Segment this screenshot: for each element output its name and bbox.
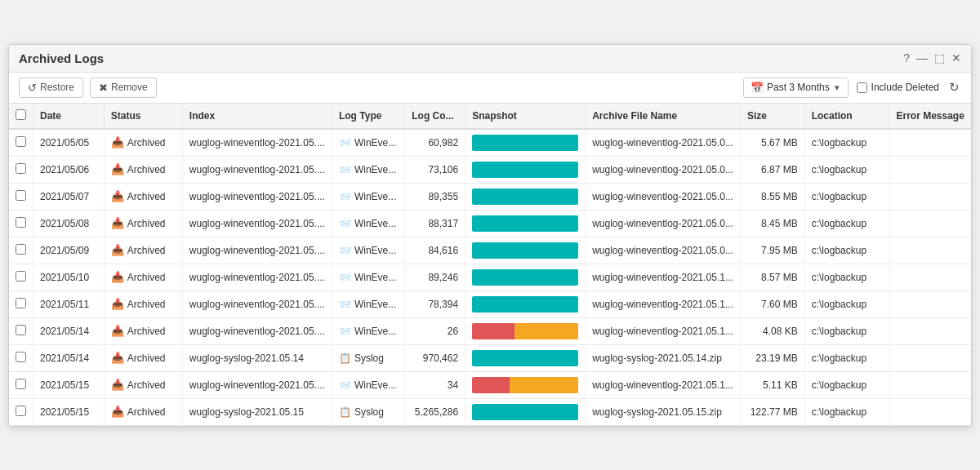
row-index: wuglog-syslog-2021.05.14 xyxy=(182,344,332,371)
status-text: Archived xyxy=(127,352,166,364)
row-size: 8.57 MB xyxy=(740,264,804,290)
row-location: c:\logbackup xyxy=(804,210,889,237)
row-checkbox-cell xyxy=(9,344,33,371)
close-icon[interactable]: ✕ xyxy=(951,51,961,64)
row-logcount: 26 xyxy=(405,317,466,344)
logtype-icon: 📨 xyxy=(339,218,351,229)
col-header-status: Status xyxy=(104,104,182,129)
row-checkbox-cell xyxy=(9,129,33,157)
row-checkbox[interactable] xyxy=(16,325,26,335)
row-checkbox[interactable] xyxy=(16,379,26,389)
row-archivename: wuglog-syslog-2021.05.15.zip xyxy=(586,398,741,425)
row-date: 2021/05/08 xyxy=(33,210,105,237)
restore-button[interactable]: ↺ Restore xyxy=(19,78,83,98)
row-status: 📥Archived xyxy=(104,129,182,157)
row-date: 2021/05/05 xyxy=(33,129,105,157)
row-checkbox[interactable] xyxy=(16,406,26,416)
toolbar-left: ↺ Restore ✖ Remove xyxy=(19,78,157,98)
status-text: Archived xyxy=(127,406,166,418)
row-size: 8.45 MB xyxy=(740,210,804,237)
table-row: 2021/05/15📥Archivedwuglog-syslog-2021.05… xyxy=(9,398,971,425)
row-snapshot xyxy=(466,344,586,371)
row-snapshot xyxy=(466,317,586,344)
help-icon[interactable]: ? xyxy=(903,51,910,64)
restore-icon[interactable]: ⬚ xyxy=(934,51,945,64)
table-row: 2021/05/06📥Archivedwuglog-wineventlog-20… xyxy=(9,156,971,183)
row-logtype: 📨WinEve... xyxy=(332,317,404,344)
row-checkbox-cell xyxy=(9,290,33,317)
row-checkbox[interactable] xyxy=(16,352,26,362)
row-checkbox[interactable] xyxy=(16,271,26,282)
row-status: 📥Archived xyxy=(104,371,182,398)
toolbar-right: 📅 Past 3 Months ▼ Include Deleted ↻ xyxy=(743,78,961,98)
row-checkbox-cell xyxy=(9,210,33,237)
row-date: 2021/05/10 xyxy=(33,264,105,290)
row-logcount: 60,982 xyxy=(405,129,466,157)
row-error xyxy=(889,344,971,371)
table-row: 2021/05/11📥Archivedwuglog-wineventlog-20… xyxy=(9,290,971,317)
row-location: c:\logbackup xyxy=(804,264,889,290)
logtype-text: WinEve... xyxy=(354,137,396,149)
logtype-text: WinEve... xyxy=(354,191,396,202)
snapshot-bar-segment xyxy=(472,350,578,366)
row-error xyxy=(889,317,971,344)
row-index: wuglog-wineventlog-2021.05.... xyxy=(182,129,332,157)
row-snapshot xyxy=(466,237,586,264)
row-checkbox[interactable] xyxy=(16,217,26,228)
col-header-logcount: Log Co... xyxy=(405,104,466,129)
row-checkbox[interactable] xyxy=(16,136,26,147)
archived-icon: 📥 xyxy=(111,271,124,283)
logtype-icon: 📨 xyxy=(339,245,351,256)
row-status: 📥Archived xyxy=(104,398,182,425)
row-status: 📥Archived xyxy=(104,183,182,210)
row-checkbox-cell xyxy=(9,398,33,425)
date-filter-dropdown[interactable]: 📅 Past 3 Months ▼ xyxy=(743,78,849,98)
snapshot-bar-segment xyxy=(472,135,578,151)
row-checkbox[interactable] xyxy=(16,298,26,308)
row-error xyxy=(889,156,971,183)
logtype-icon: 📋 xyxy=(339,352,351,364)
minimize-icon[interactable]: — xyxy=(916,51,928,64)
row-checkbox[interactable] xyxy=(16,163,26,174)
include-deleted-label[interactable]: Include Deleted xyxy=(857,82,939,93)
refresh-button[interactable]: ↻ xyxy=(947,78,961,96)
table-row: 2021/05/09📥Archivedwuglog-wineventlog-20… xyxy=(9,237,971,264)
row-archivename: wuglog-wineventlog-2021.05.0... xyxy=(586,156,741,183)
row-checkbox[interactable] xyxy=(16,244,26,255)
archived-icon: 📥 xyxy=(111,298,124,310)
row-index: wuglog-wineventlog-2021.05.... xyxy=(182,156,332,183)
row-checkbox-cell xyxy=(9,183,33,210)
archived-logs-table: Date Status Index Log Type Log Co... Sna… xyxy=(9,104,971,426)
row-status: 📥Archived xyxy=(104,237,182,264)
snapshot-bar-segment xyxy=(472,215,578,232)
snapshot-bar-segment xyxy=(472,323,514,339)
select-all-checkbox[interactable] xyxy=(16,109,26,120)
remove-button[interactable]: ✖ Remove xyxy=(90,78,157,98)
row-archivename: wuglog-wineventlog-2021.05.0... xyxy=(586,183,741,210)
row-index: wuglog-wineventlog-2021.05.... xyxy=(182,290,332,317)
snapshot-bar-segment xyxy=(472,269,578,286)
status-text: Archived xyxy=(127,299,166,310)
col-header-size: Size xyxy=(740,104,804,129)
row-date: 2021/05/06 xyxy=(33,156,105,183)
row-checkbox[interactable] xyxy=(16,190,26,201)
remove-btn-icon: ✖ xyxy=(99,82,108,94)
row-error xyxy=(889,398,971,425)
title-bar: Archived Logs ? — ⬚ ✕ xyxy=(9,45,971,73)
row-logcount: 34 xyxy=(405,371,466,398)
row-index: wuglog-wineventlog-2021.05.... xyxy=(182,264,332,290)
row-size: 5.67 MB xyxy=(740,129,804,157)
row-checkbox-cell xyxy=(9,156,33,183)
row-error xyxy=(889,183,971,210)
logtype-text: WinEve... xyxy=(354,379,396,391)
include-deleted-checkbox[interactable] xyxy=(857,82,867,93)
row-snapshot xyxy=(466,183,586,210)
snapshot-bar-segment xyxy=(472,242,578,259)
row-logcount: 73,106 xyxy=(405,156,466,183)
row-location: c:\logbackup xyxy=(804,129,889,157)
table-row: 2021/05/14📥Archivedwuglog-syslog-2021.05… xyxy=(9,344,971,371)
row-logtype: 📨WinEve... xyxy=(332,237,404,264)
status-text: Archived xyxy=(127,218,166,229)
col-header-location: Location xyxy=(804,104,889,129)
row-size: 23.19 MB xyxy=(740,344,804,371)
